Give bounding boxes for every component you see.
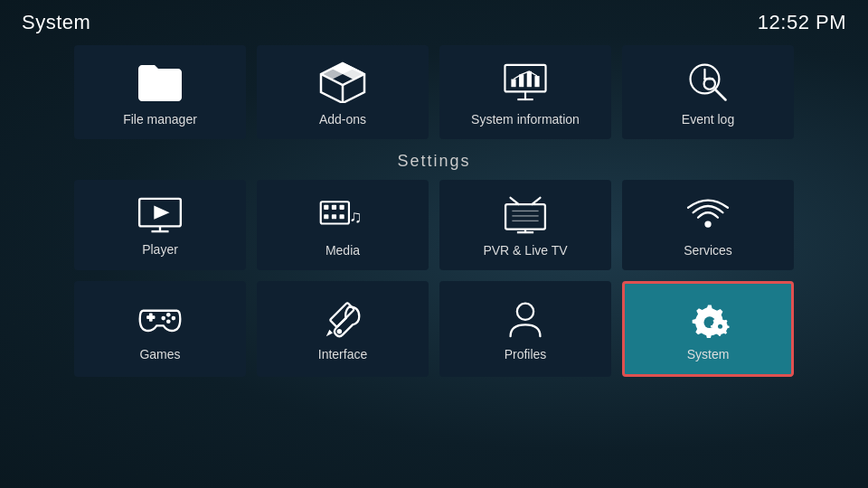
tile-add-ons[interactable]: Add-ons xyxy=(257,45,429,139)
main-page: System 12:52 PM File manager xyxy=(0,0,868,488)
profiles-label: Profiles xyxy=(505,347,547,361)
tile-profiles[interactable]: Profiles xyxy=(439,281,611,377)
top-icons-row: File manager Add-ons xyxy=(0,45,868,139)
svg-rect-7 xyxy=(534,76,539,87)
svg-rect-18 xyxy=(324,205,328,210)
clock-search-icon xyxy=(684,61,731,103)
settings-heading: Settings xyxy=(0,152,868,171)
services-label: Services xyxy=(684,243,732,258)
svg-point-38 xyxy=(166,319,171,324)
svg-point-37 xyxy=(172,316,176,321)
player-label: Player xyxy=(142,242,178,257)
svg-rect-25 xyxy=(505,204,545,229)
tile-system[interactable]: System xyxy=(622,281,794,377)
svg-rect-20 xyxy=(340,205,344,210)
player-icon xyxy=(137,197,184,233)
interface-icon xyxy=(319,300,366,338)
svg-rect-35 xyxy=(149,314,153,322)
pvr-label: PVR & Live TV xyxy=(483,243,567,258)
svg-rect-1 xyxy=(505,65,545,91)
svg-point-43 xyxy=(517,304,533,320)
settings-section: Settings Player xyxy=(0,152,868,377)
interface-label: Interface xyxy=(318,347,367,361)
media-icon: ♫ xyxy=(319,196,366,234)
media-label: Media xyxy=(326,243,360,258)
box-icon xyxy=(319,61,366,103)
tile-system-information[interactable]: System information xyxy=(439,45,611,139)
settings-row-1: Player ♫ Media xyxy=(0,180,868,270)
svg-point-39 xyxy=(161,316,165,321)
tile-pvr[interactable]: PVR & Live TV xyxy=(439,180,611,270)
tile-player[interactable]: Player xyxy=(74,180,246,270)
svg-rect-19 xyxy=(332,205,336,210)
svg-rect-5 xyxy=(519,74,524,87)
add-ons-label: Add-ons xyxy=(319,112,366,127)
tile-services[interactable]: Services xyxy=(622,180,794,270)
svg-rect-4 xyxy=(511,80,515,88)
services-icon xyxy=(684,196,731,234)
folder-icon xyxy=(137,61,184,103)
svg-rect-6 xyxy=(527,71,532,87)
clock: 12:52 PM xyxy=(758,11,846,34)
gamepad-icon xyxy=(137,300,184,338)
top-bar: System 12:52 PM xyxy=(0,0,868,42)
svg-point-42 xyxy=(337,329,342,333)
system-label: System xyxy=(687,347,730,361)
system-icon xyxy=(684,300,731,338)
presentation-icon xyxy=(502,61,549,103)
svg-text:♫: ♫ xyxy=(349,207,362,226)
svg-line-11 xyxy=(715,89,726,100)
svg-marker-14 xyxy=(154,206,169,220)
settings-row-2: Games Interface xyxy=(0,281,868,377)
page-title: System xyxy=(22,11,90,34)
profiles-icon xyxy=(502,300,549,338)
event-log-label: Event log xyxy=(682,112,734,127)
svg-point-33 xyxy=(704,221,711,227)
svg-rect-23 xyxy=(340,214,344,219)
tile-media[interactable]: ♫ Media xyxy=(257,180,429,270)
tv-icon xyxy=(502,196,549,234)
svg-rect-21 xyxy=(324,214,328,219)
svg-marker-41 xyxy=(326,330,333,336)
file-manager-label: File manager xyxy=(123,112,197,127)
tile-event-log[interactable]: Event log xyxy=(622,45,794,139)
tile-games[interactable]: Games xyxy=(74,281,246,377)
svg-point-45 xyxy=(718,324,722,329)
tile-file-manager[interactable]: File manager xyxy=(74,45,246,139)
tile-interface[interactable]: Interface xyxy=(257,281,429,377)
svg-rect-22 xyxy=(332,214,336,219)
svg-point-36 xyxy=(166,313,171,317)
system-information-label: System information xyxy=(471,112,580,127)
games-label: Games xyxy=(139,347,180,361)
